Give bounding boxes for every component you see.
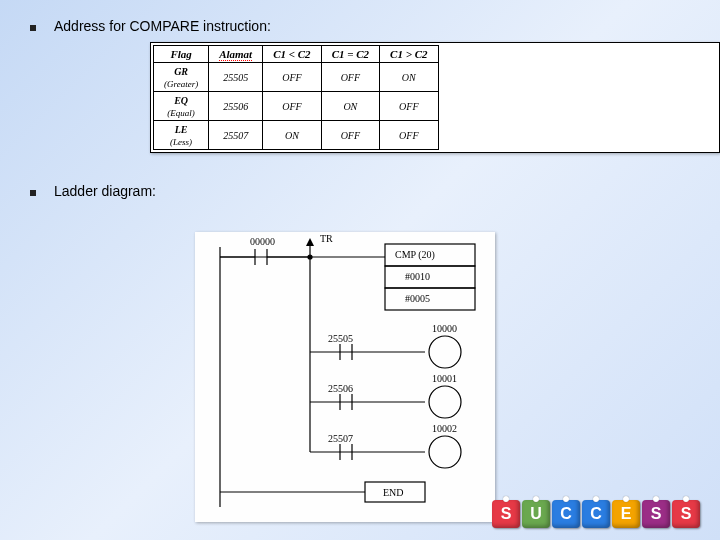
block-u: U (522, 500, 550, 528)
svg-text:25506: 25506 (328, 383, 353, 394)
ladder-diagram: 00000 TR CMP (20) #0010 #0005 25505 1000… (195, 232, 495, 522)
bullet-1-text: Address for COMPARE instruction: (54, 18, 271, 34)
svg-text:#0005: #0005 (405, 293, 430, 304)
svg-point-16 (429, 336, 461, 368)
svg-text:10001: 10001 (432, 373, 457, 384)
success-blocks: S U C C E S S (492, 500, 700, 528)
svg-rect-11 (385, 288, 475, 310)
svg-text:25505: 25505 (328, 333, 353, 344)
svg-text:CMP (20): CMP (20) (395, 249, 435, 261)
block-s: S (492, 500, 520, 528)
th-gt: C1 > C2 (380, 46, 438, 63)
table-row: GR(Greater) 25505 OFF OFF ON (154, 63, 439, 92)
bullet-1: Address for COMPARE instruction: (0, 18, 720, 34)
svg-text:END: END (383, 487, 404, 498)
svg-text:10002: 10002 (432, 423, 457, 434)
table-row: LE(Less) 25507 ON OFF OFF (154, 121, 439, 150)
svg-text:TR: TR (320, 233, 333, 244)
svg-rect-10 (385, 266, 475, 288)
table-row: EQ(Equal) 25506 OFF ON OFF (154, 92, 439, 121)
svg-point-24 (429, 436, 461, 468)
th-lt: C1 < C2 (263, 46, 321, 63)
block-s: S (672, 500, 700, 528)
th-flag: Flag (154, 46, 209, 63)
bullet-dot (30, 190, 36, 196)
bullet-2-text: Ladder diagram: (54, 183, 156, 199)
block-c: C (582, 500, 610, 528)
bullet-2: Ladder diagram: (0, 183, 720, 199)
th-eq: C1 = C2 (321, 46, 379, 63)
svg-text:10000: 10000 (432, 323, 457, 334)
compare-flags-table: Flag Alamat C1 < C2 C1 = C2 C1 > C2 GR(G… (150, 42, 720, 153)
svg-text:#0010: #0010 (405, 271, 430, 282)
block-s: S (642, 500, 670, 528)
svg-text:25507: 25507 (328, 433, 353, 444)
bullet-dot (30, 25, 36, 31)
block-e: E (612, 500, 640, 528)
block-c: C (552, 500, 580, 528)
svg-marker-8 (306, 238, 314, 246)
svg-point-20 (429, 386, 461, 418)
svg-text:00000: 00000 (250, 236, 275, 247)
th-alamat: Alamat (209, 46, 263, 63)
